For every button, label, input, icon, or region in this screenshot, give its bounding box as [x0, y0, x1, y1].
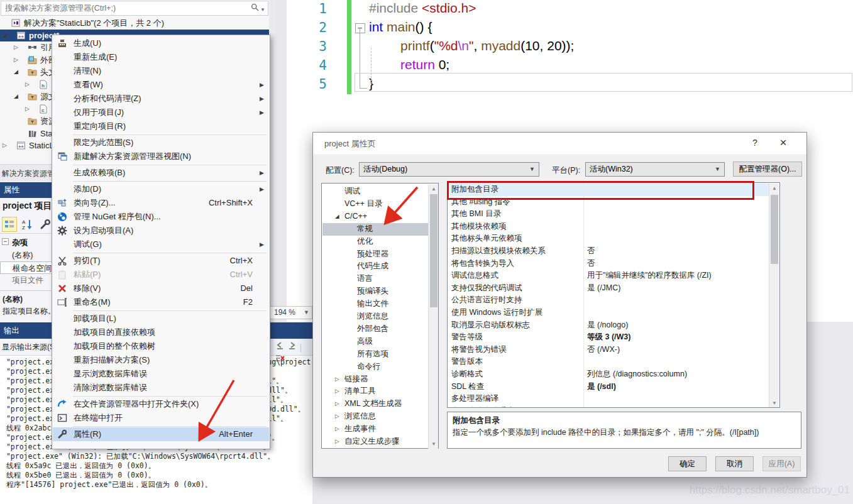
solution-search-box[interactable]: ▼ [1, 1, 268, 16]
grid-property-value[interactable]: 列信息 (/diagnostics:column) [587, 368, 768, 381]
grid-property-value[interactable]: 否 (/WX-) [587, 344, 768, 356]
editor-zoom-select[interactable]: 194 % ▼ [270, 306, 312, 319]
expander-expanded-icon[interactable]: ◢ [14, 66, 18, 79]
menu-item-新建解决方案资源管理器视图N[interactable]: 新建解决方案资源管理器视图(N) [53, 150, 269, 163]
grid-property-value[interactable]: 是 (/JMC) [587, 282, 768, 295]
expander-collapsed-icon[interactable]: ▷ [335, 436, 339, 448]
wrench-icon[interactable] [39, 218, 52, 233]
grid-row-启用地址擦除系统[interactable]: 启用地址擦除系统否 [448, 405, 769, 408]
menu-item-清除浏览数据库错误[interactable]: 清除浏览数据库错误 [53, 381, 269, 395]
scroll-up-icon[interactable]: ▲ [429, 184, 439, 194]
menu-item-卸载项目L[interactable]: 卸载项目(L) [53, 312, 269, 326]
menu-item-加载项目的整个依赖树[interactable]: 加载项目的整个依赖树 [53, 339, 269, 353]
grid-row-将警告视为错误[interactable]: 将警告视为错误否 (/WX-) [448, 344, 769, 356]
menu-item-生成依赖项B[interactable]: 生成依赖项(B)▶ [53, 166, 269, 180]
menu-item-在文件资源管理器中打开文件夹X[interactable]: 在文件资源管理器中打开文件夹(X) [53, 397, 269, 411]
tree-row-解决方案"StaticLib"(2 个项目，共 2 个)[interactable]: 解决方案"StaticLib"(2 个项目，共 2 个) [0, 17, 269, 30]
settings-tree-item-自定义生成步骤[interactable]: ▷自定义生成步骤 [322, 436, 428, 448]
menu-item-显示浏览数据库错误[interactable]: 显示浏览数据库错误 [53, 367, 269, 381]
menu-item-重新生成E[interactable]: 重新生成(E) [53, 50, 269, 64]
categorized-view-icon[interactable] [2, 217, 17, 232]
settings-tree-item-语言[interactable]: 语言 [322, 273, 428, 285]
menu-item-调试G[interactable]: 调试(G)▶ [53, 238, 269, 251]
settings-tree-item-所有选项[interactable]: 所有选项 [322, 348, 428, 361]
settings-tree-item-常规[interactable]: 常规 [322, 223, 428, 236]
expander-expanded-icon[interactable]: ◢ [3, 30, 7, 42]
scroll-up-icon[interactable]: ▲ [769, 184, 779, 193]
menu-item-限定为此范围S[interactable]: 限定为此范围(S) [53, 136, 269, 150]
grid-row-公共语言运行时支持[interactable]: 公共语言运行时支持 [448, 294, 769, 307]
grid-row-使用 Windows 运行时扩展[interactable]: 使用 Windows 运行时扩展 [448, 307, 769, 319]
menu-item-粘贴P[interactable]: 粘贴(P)Ctrl+V [53, 268, 269, 282]
settings-tree-item-调试[interactable]: 调试 [322, 185, 428, 198]
previous-message-icon[interactable] [275, 342, 285, 353]
scrollbar-thumb[interactable] [430, 194, 438, 307]
settings-tree-item-预处理器[interactable]: 预处理器 [322, 248, 428, 261]
menu-item-添加D[interactable]: 添加(D)▶ [53, 182, 269, 196]
settings-tree-item-高级[interactable]: 高级 [322, 336, 428, 348]
help-icon[interactable]: ? [749, 138, 761, 148]
expander-collapsed-icon[interactable]: ▷ [335, 385, 339, 398]
menu-item-生成U[interactable]: 生成(U) [53, 36, 269, 50]
grid-property-value[interactable]: 否 [587, 245, 768, 258]
settings-tree-item-代码生成[interactable]: 代码生成 [322, 260, 428, 273]
grid-row-SDL 检查[interactable]: SDL 检查是 (/sdl) [448, 381, 769, 393]
settings-tree-item-预编译头[interactable]: 预编译头 [322, 285, 428, 298]
next-message-icon[interactable] [287, 342, 297, 353]
grid-row-警告版本[interactable]: 警告版本 [448, 356, 769, 368]
grid-property-value[interactable]: 否 [587, 258, 768, 270]
scrollbar-thumb[interactable] [771, 195, 778, 264]
settings-tree-item-浏览信息[interactable]: ▷浏览信息 [322, 410, 428, 423]
expander-expanded-icon[interactable]: ◢ [335, 211, 339, 223]
expander-collapsed-icon[interactable]: ▷ [335, 423, 339, 436]
settings-tree-item-命令行[interactable]: 命令行 [322, 361, 428, 373]
settings-tree-item-优化[interactable]: 优化 [322, 236, 428, 248]
menu-item-分析和代码清理Z[interactable]: 分析和代码清理(Z)▶ [53, 92, 269, 106]
menu-item-加载项目的直接依赖项[interactable]: 加载项目的直接依赖项 [53, 326, 269, 339]
menu-item-剪切T[interactable]: 剪切(T)Ctrl+X [53, 254, 269, 268]
expander-collapsed-icon[interactable]: ▷ [25, 103, 30, 116]
grid-property-value[interactable]: 否 [587, 405, 768, 408]
expander-collapsed-icon[interactable]: ▷ [335, 398, 339, 410]
grid-property-value[interactable]: 是 (/nologo) [587, 319, 768, 332]
menu-item-移除V[interactable]: 移除(V)Del [53, 282, 269, 295]
configuration-select[interactable]: 活动(Debug)▼ [359, 162, 539, 177]
menu-item-属性R[interactable]: 属性(R)Alt+Enter [53, 427, 269, 441]
grid-row-诊断格式[interactable]: 诊断格式列信息 (/diagnostics:column) [448, 368, 769, 381]
grid-row-其他 BMI 目录[interactable]: 其他 BMI 目录 [448, 208, 769, 221]
close-icon[interactable]: × [775, 136, 791, 150]
config-manager-button[interactable]: 配置管理器(O)... [733, 162, 802, 177]
sort-alphabetical-icon[interactable]: AZ [21, 218, 34, 233]
settings-tree-item-VC++ 目录[interactable]: VC++ 目录 [322, 198, 428, 211]
grid-scrollbar[interactable]: ▲ ▼ [769, 184, 779, 408]
grid-row-其他标头单元依赖项[interactable]: 其他标头单元依赖项 [448, 233, 769, 245]
grid-row-取消显示启动版权标志[interactable]: 取消显示启动版权标志是 (/nologo) [448, 319, 769, 332]
cancel-button[interactable]: 取消 [715, 456, 754, 471]
grid-column-divider[interactable] [583, 183, 584, 407]
tree-scrollbar[interactable]: ▲ ▼ [428, 184, 438, 449]
menu-item-类向导Z[interactable]: 类向导(Z)...Ctrl+Shift+X [53, 196, 269, 210]
grid-row-调试信息格式[interactable]: 调试信息格式用于"编辑并继续"的程序数据库 (/ZI) [448, 270, 769, 282]
ok-button[interactable]: 确定 [668, 456, 707, 471]
menu-item-设为启动项目A[interactable]: 设为启动项目(A) [53, 224, 269, 238]
menu-item-查看W[interactable]: 查看(W)▶ [53, 78, 269, 92]
grid-row-多处理器编译[interactable]: 多处理器编译 [448, 393, 769, 405]
menu-item-管理NuGet程序包N[interactable]: 管理 NuGet 程序包(N)... [53, 210, 269, 224]
apply-button[interactable]: 应用(A) [762, 456, 801, 471]
expander-collapsed-icon[interactable]: ▷ [3, 140, 7, 152]
settings-tree-item-C/C++[interactable]: ◢C/C++ [322, 211, 428, 223]
settings-tree-item-链接器[interactable]: ▷链接器 [322, 373, 428, 386]
menu-item-清理N[interactable]: 清理(N) [53, 64, 269, 78]
menu-item-重命名M[interactable]: 重命名(M)F2 [53, 295, 269, 309]
grid-row-支持仅我的代码调试[interactable]: 支持仅我的代码调试是 (/JMC) [448, 282, 769, 295]
code-line[interactable]: 1#include <stdio.h> [275, 0, 853, 19]
scroll-down-icon[interactable]: ▼ [769, 398, 779, 408]
menu-item-重定向项目R[interactable]: 重定向项目(R) [53, 119, 269, 133]
grid-row-将包含转换为导入[interactable]: 将包含转换为导入否 [448, 258, 769, 270]
grid-row-警告等级[interactable]: 警告等级等级 3 (/W3) [448, 331, 769, 344]
collapse-category-icon[interactable]: − [2, 238, 9, 245]
search-icon[interactable]: ▼ [251, 3, 265, 13]
expander-collapsed-icon[interactable]: ▷ [335, 410, 339, 423]
grid-row-扫描源以查找模块依赖关系[interactable]: 扫描源以查找模块依赖关系否 [448, 245, 769, 258]
code-line[interactable]: 2−int main() { [275, 19, 853, 38]
